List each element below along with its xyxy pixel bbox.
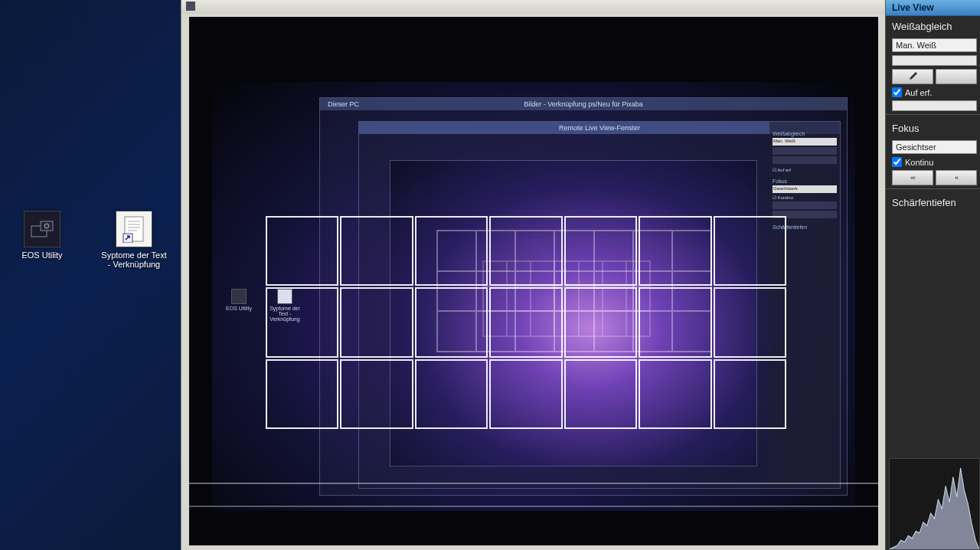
focus-mode-dropdown[interactable]: Gesichtser [892,140,977,154]
desktop-background: EOS Utility Syptome der Text - Verknüpfu… [0,0,180,550]
inner-taskbar-mid: Bilder - Verknüpfung ps/Neu für Pixaba [524,100,643,108]
inner-control-panel: Weißabgleich Man. Weiß ☑ Auf erf Fokus G… [769,122,840,488]
checkbox-input[interactable] [892,157,902,167]
tab-live-view[interactable]: Live View [886,0,980,16]
separator [886,188,980,189]
document-shortcut-icon [116,211,152,247]
section-white-balance: Weißabgleich [886,16,980,37]
inner-icon [231,289,247,304]
inner-row [773,211,837,218]
histogram-graph-icon [890,459,979,549]
section-depth-of-field: Schärfentiefen [886,192,980,213]
camera-feed-image: Dieser PC Bilder - Verknüpfung ps/Neu fü… [212,82,855,511]
inner-taskbar-left: Dieser PC [328,98,359,110]
inner-row [773,147,837,155]
white-balance-slider[interactable] [892,55,977,66]
eyedropper-button[interactable] [892,69,933,84]
histogram [889,458,980,550]
inner-wb-label: Weißabgleich [773,131,837,136]
desktop-icon-label: EOS Utility [8,250,77,260]
live-view-viewport[interactable]: Dieser PC Bilder - Verknüpfung ps/Neu fü… [189,17,878,545]
inner-frame-2 [390,160,757,467]
section-focus: Fokus [886,118,980,139]
inner-auf-check: ☑ Auf erf [773,167,837,172]
white-balance-mode-dropdown[interactable]: Man. Weiß [892,38,977,52]
remote-live-view-window: Dieser PC Bilder - Verknüpfung ps/Neu fü… [181,0,885,550]
continuous-af-checkbox[interactable]: Kontinu [892,157,977,167]
separator [886,114,980,115]
focus-step-buttons: ‹‹‹ ‹‹ [892,170,977,185]
inner-gesicht: Gesichtserk [773,185,837,193]
inner-window-title: Remote Live View-Fenster [359,122,840,134]
inner-kontinu-check: ☑ Kontinu [773,195,837,200]
inner-taskbar: Dieser PC Bilder - Verknüpfung ps/Neu fü… [320,98,847,110]
checkbox-input[interactable] [892,87,902,97]
wb-shift-bar[interactable] [892,100,977,111]
inner-row [773,156,837,164]
desktop-icon-document-shortcut[interactable]: Syptome der Text - Verknüpfung [100,211,168,269]
inner-icon-label: Syptome der Text - Verknüpfung [270,306,300,322]
inner-schaerfe-label: Schärfentiefen [773,224,837,230]
svg-point-2 [44,224,49,228]
inner-live-view-window: Remote Live View-Fenster Weißabgleich Ma… [358,121,841,489]
desktop-icon-label: Syptome der Text - Verknüpfung [100,250,168,269]
level-line [189,506,878,507]
eyedropper-icon [907,71,918,82]
inner-af-grid-deep [482,260,651,337]
control-panel: Live View Weißabgleich Man. Weiß Auf erf… [885,0,980,550]
desktop-icon-eos-utility[interactable]: EOS Utility [8,211,77,260]
inner-row [773,201,837,209]
focus-far-large-button[interactable]: ‹‹‹ [892,170,933,185]
inner-icon [277,289,292,304]
window-system-icon [186,2,195,11]
inner-icon-label: EOS Utility [226,306,252,311]
checkbox-label: Auf erf. [905,88,932,97]
inner-desktop-icon-eos: EOS Utility [220,289,258,311]
inner-fokus-label: Fokus [773,178,837,184]
inner-wb-mode: Man. Weiß [773,138,837,146]
checkbox-label: Kontinu [905,158,933,167]
wb-aux-button[interactable] [936,69,977,84]
level-line [189,483,878,484]
apply-to-captured-checkbox[interactable]: Auf erf. [892,87,977,97]
focus-far-small-button[interactable]: ‹‹ [936,170,977,185]
camera-app-icon [24,211,60,247]
inner-desktop-icon-doc: Syptome der Text - Verknüpfung [266,289,304,322]
window-titlebar[interactable] [181,0,885,14]
inner-window-frame: Dieser PC Bilder - Verknüpfung ps/Neu fü… [319,97,848,496]
